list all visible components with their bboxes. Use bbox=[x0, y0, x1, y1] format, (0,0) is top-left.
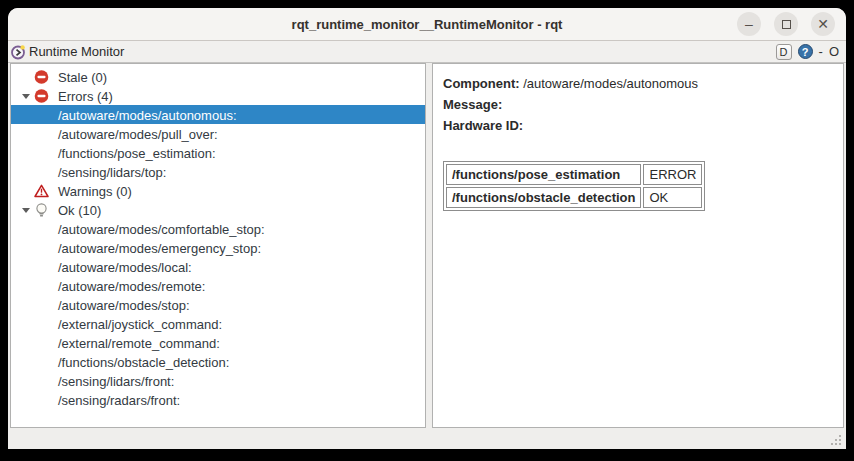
tree-category[interactable]: Warnings (0) bbox=[11, 181, 425, 200]
tree-item[interactable]: /sensing/lidars/front: bbox=[11, 371, 425, 390]
error-icon bbox=[34, 88, 49, 103]
tree-item-label: /functions/pose_estimation: bbox=[58, 145, 216, 160]
tree-item[interactable]: /functions/pose_estimation: bbox=[11, 143, 425, 162]
minimize-icon: – bbox=[745, 17, 753, 31]
tree-item-label: /autoware/modes/local: bbox=[58, 259, 192, 274]
tree-item-label: Stale (0) bbox=[58, 69, 107, 84]
close-button[interactable]: ✕ bbox=[811, 12, 835, 36]
tree-item-label: Ok (10) bbox=[58, 202, 101, 217]
tree-item-label: /autoware/modes/comfortable_stop: bbox=[58, 221, 265, 236]
screenshot-root: { "window": { "title": "rqt_runtime_moni… bbox=[0, 0, 854, 461]
tree-category[interactable]: Errors (4) bbox=[11, 86, 425, 105]
hardware-id-field: Hardware ID: bbox=[443, 115, 833, 136]
status-value-cell: ERROR bbox=[643, 164, 702, 185]
tree-item[interactable]: /functions/obstacle_detection: bbox=[11, 352, 425, 371]
warning-icon bbox=[34, 183, 49, 198]
status-name-cell: /functions/obstacle_detection bbox=[446, 187, 641, 208]
rqt-window: rqt_runtime_monitor__RuntimeMonitor - rq… bbox=[8, 8, 846, 449]
tree-item-label: /sensing/lidars/front: bbox=[58, 373, 174, 388]
detail-panel: Component: /autoware/modes/autonomous Me… bbox=[432, 63, 844, 428]
plugin-titlebar: Runtime Monitor D ? - O bbox=[8, 41, 846, 63]
message-label: Message: bbox=[443, 97, 502, 112]
message-field: Message: bbox=[443, 94, 833, 115]
component-field: Component: /autoware/modes/autonomous bbox=[443, 73, 833, 94]
tree-category[interactable]: Stale (0) bbox=[11, 67, 425, 86]
tree-item[interactable]: /autoware/modes/emergency_stop: bbox=[11, 238, 425, 257]
tree-item[interactable]: /autoware/modes/pull_over: bbox=[11, 124, 425, 143]
stale-icon bbox=[34, 69, 49, 84]
tree-item-label: /autoware/modes/stop: bbox=[58, 297, 190, 312]
tree-item-label: Warnings (0) bbox=[58, 183, 132, 198]
expander-icon[interactable] bbox=[22, 94, 30, 99]
tree-item[interactable]: /sensing/lidars/top: bbox=[11, 162, 425, 181]
plugin-toolbar-buttons: D ? - O bbox=[776, 44, 839, 60]
status-name-cell: /functions/pose_estimation bbox=[446, 164, 641, 185]
tree-item[interactable]: /external/joystick_command: bbox=[11, 314, 425, 333]
titlebar: rqt_runtime_monitor__RuntimeMonitor - rq… bbox=[8, 8, 846, 41]
tree-item-label: Errors (4) bbox=[58, 88, 113, 103]
help-icon[interactable]: ? bbox=[798, 44, 813, 59]
tree-item[interactable]: /sensing/radars/front: bbox=[11, 390, 425, 409]
ok-icon bbox=[34, 202, 49, 217]
tree-item-label: /autoware/modes/pull_over: bbox=[58, 126, 218, 141]
tree-item-label: /functions/obstacle_detection: bbox=[58, 354, 229, 369]
tree-item[interactable]: /autoware/modes/stop: bbox=[11, 295, 425, 314]
tree-item-label: /autoware/modes/emergency_stop: bbox=[58, 240, 261, 255]
maximize-button[interactable] bbox=[774, 12, 798, 36]
hardware-id-label: Hardware ID: bbox=[443, 118, 523, 133]
status-value-cell: OK bbox=[643, 187, 702, 208]
component-value: /autoware/modes/autonomous bbox=[523, 76, 698, 91]
status-table-row: /functions/obstacle_detectionOK bbox=[446, 187, 702, 208]
close-icon: ✕ bbox=[817, 17, 829, 31]
tree-item[interactable]: /autoware/modes/local: bbox=[11, 257, 425, 276]
resize-grip[interactable] bbox=[829, 433, 841, 445]
tree-item-label: /autoware/modes/autonomous: bbox=[58, 107, 237, 122]
component-label: Component: bbox=[443, 76, 520, 91]
expander-icon[interactable] bbox=[22, 208, 30, 213]
status-table-row: /functions/pose_estimationERROR bbox=[446, 164, 702, 185]
plugin-close-button[interactable]: O bbox=[829, 45, 839, 58]
plugin-title: Runtime Monitor bbox=[29, 44, 124, 59]
diagnostics-tree-panel: Stale (0)Errors (4)/autoware/modes/auton… bbox=[10, 63, 426, 428]
window-controls: – ✕ bbox=[737, 12, 835, 36]
tree-item-label: /sensing/lidars/top: bbox=[58, 164, 166, 179]
minimize-button[interactable]: – bbox=[737, 12, 761, 36]
main-content: Stale (0)Errors (4)/autoware/modes/auton… bbox=[8, 63, 846, 428]
maximize-icon bbox=[782, 20, 791, 29]
tree-item[interactable]: /autoware/modes/remote: bbox=[11, 276, 425, 295]
tree-item-label: /external/remote_command: bbox=[58, 335, 220, 350]
tree-category[interactable]: Ok (10) bbox=[11, 200, 425, 219]
tree-item-label: /external/joystick_command: bbox=[58, 316, 222, 331]
tree-item[interactable]: /autoware/modes/autonomous: bbox=[11, 105, 425, 124]
tree-item-label: /sensing/radars/front: bbox=[58, 392, 180, 407]
tree-item[interactable]: /autoware/modes/comfortable_stop: bbox=[11, 219, 425, 238]
window-title: rqt_runtime_monitor__RuntimeMonitor - rq… bbox=[292, 17, 563, 32]
status-table: /functions/pose_estimationERROR/function… bbox=[443, 161, 705, 211]
plugin-icon bbox=[10, 44, 26, 60]
diagnostics-tree: Stale (0)Errors (4)/autoware/modes/auton… bbox=[11, 67, 425, 409]
dock-button[interactable]: D bbox=[776, 44, 792, 60]
tree-item[interactable]: /external/remote_command: bbox=[11, 333, 425, 352]
tree-item-label: /autoware/modes/remote: bbox=[58, 278, 205, 293]
statusbar bbox=[8, 428, 846, 449]
undock-button[interactable]: - bbox=[819, 45, 823, 58]
